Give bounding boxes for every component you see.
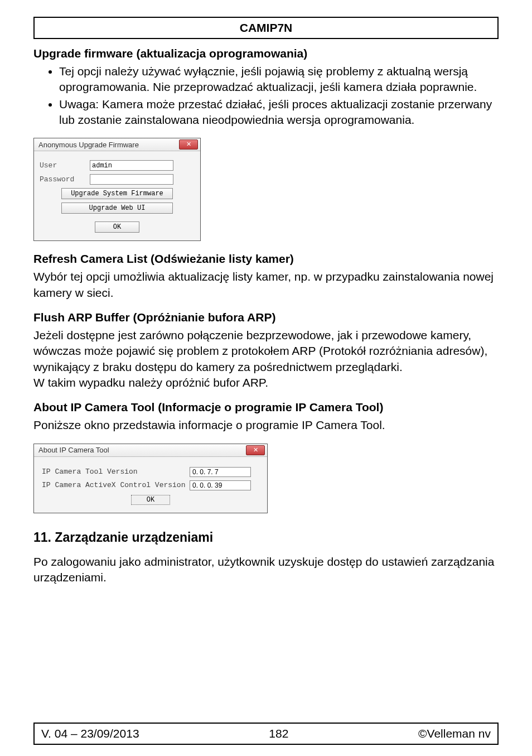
upgrade-firmware-dialog: Anonymous Upgrade Firmware ✕ User Passwo… [33,138,201,241]
dialog-title: Anonymous Upgrade Firmware [38,141,139,149]
upgrade-bullets: Tej opcji należy używać wyłącznie, jeśli… [33,64,499,128]
activex-version-field[interactable] [190,480,251,490]
about-dialog: About IP Camera Tool ✕ IP Camera Tool Ve… [33,444,268,513]
about-ok-button[interactable]: OK [131,495,170,505]
password-input[interactable] [90,174,173,185]
upgrade-web-ui-button[interactable]: Upgrade Web UI [61,203,173,214]
chapter-heading: 11. Zarządzanie urządzeniami [33,530,499,545]
section-refresh-heading: Refresh Camera List (Odświeżanie listy k… [33,252,499,266]
password-label: Password [40,175,90,184]
upgrade-system-firmware-button[interactable]: Upgrade System Firmware [61,188,173,199]
close-icon[interactable]: ✕ [179,139,198,150]
footer-version: V. 04 – 23/09/2013 [41,727,139,740]
user-input[interactable] [90,160,173,171]
close-icon[interactable]: ✕ [246,445,265,455]
section-about-body: Poniższe okno przedstawia informacje o p… [33,417,499,433]
section-about-heading: About IP Camera Tool (Informacje o progr… [33,401,499,414]
page-title: CAMIP7N [240,21,293,34]
upgrade-bullet-1: Tej opcji należy używać wyłącznie, jeśli… [59,64,499,95]
about-dialog-titlebar: About IP Camera Tool ✕ [34,444,267,457]
chapter-body: Po zalogowaniu jako administrator, użytk… [33,554,499,586]
tool-version-field[interactable] [190,467,251,477]
activex-version-label: IP Camera ActiveX Control Version [42,481,190,489]
upgrade-bullet-2: Uwaga: Kamera może przestać działać, jeś… [59,97,499,128]
section-upgrade-heading: Upgrade firmware (aktualizacja oprogramo… [33,47,499,60]
page-footer: V. 04 – 23/09/2013 182 ©Velleman nv [33,723,499,745]
footer-page-number: 182 [269,727,288,740]
ok-button[interactable]: OK [95,221,139,233]
section-refresh-body: Wybór tej opcji umożliwia aktualizację l… [33,269,499,301]
section-flush-heading: Flush ARP Buffer (Opróżnianie bufora ARP… [33,311,499,324]
footer-copyright: ©Velleman nv [418,727,491,740]
dialog-titlebar: Anonymous Upgrade Firmware ✕ [34,138,200,151]
about-dialog-title: About IP Camera Tool [38,446,109,454]
section-flush-body: Jeżeli dostępne jest zarówno połączenie … [33,328,499,391]
user-label: User [40,161,90,170]
page-title-box: CAMIP7N [33,17,499,39]
tool-version-label: IP Camera Tool Version [42,468,190,476]
